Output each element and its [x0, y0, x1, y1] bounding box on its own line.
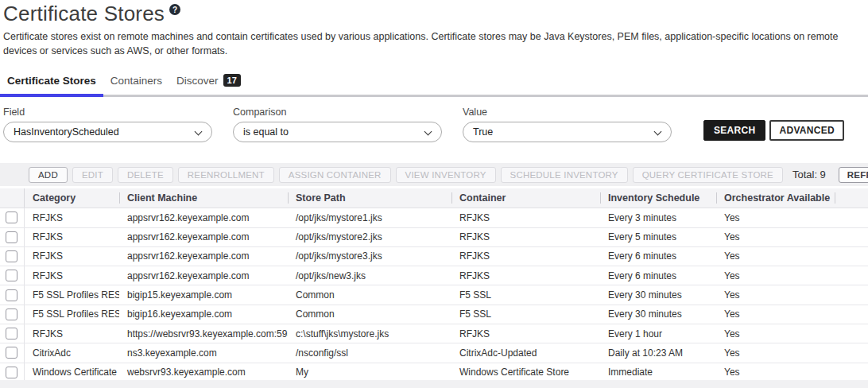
cell-client-machine: https://websrvr93.keyexample.com:5986: [119, 328, 288, 340]
column-header-orchestrator-available[interactable]: Orchestrator Available: [716, 188, 835, 208]
row-checkbox-cell: [0, 343, 25, 362]
select-all-cell: [0, 188, 25, 208]
row-checkbox[interactable]: [6, 308, 17, 320]
tab-containers[interactable]: Containers: [103, 71, 169, 97]
bottom-scrollbar-track[interactable]: [0, 380, 868, 388]
edit-button[interactable]: EDIT: [72, 167, 113, 183]
tab-bar: Certificate Stores Containers Discover 1…: [0, 71, 868, 97]
search-button[interactable]: SEARCH: [703, 120, 765, 141]
table-header-row: Category Client Machine Store Path Conta…: [0, 188, 868, 208]
cell-container: RFJKS: [451, 231, 600, 242]
help-icon[interactable]: ?: [169, 4, 180, 15]
query-certificate-store-button[interactable]: QUERY CERTIFICATE STORE: [633, 167, 783, 183]
cell-orchestrator-available: Yes: [716, 231, 835, 242]
cell-category: RFJKS: [25, 250, 119, 262]
cell-category: CitrixAdc: [25, 347, 119, 359]
cell-category: F5 SSL Profiles REST: [25, 289, 119, 301]
column-header-inventory-schedule[interactable]: Inventory Schedule: [600, 188, 716, 208]
cell-store-path: /opt/jks/mystore3.jks: [288, 250, 451, 262]
tab-certificate-stores[interactable]: Certificate Stores: [0, 71, 103, 97]
chevron-down-icon: [654, 128, 662, 136]
cell-client-machine: bigip16.keyexample.com: [119, 308, 288, 320]
table-row[interactable]: RFJKSappsrvr162.keyexample.com/opt/jks/m…: [0, 208, 868, 227]
table-row[interactable]: Windows Certificatewebsrvr93.keyexample.…: [0, 363, 868, 382]
row-checkbox-cell: [0, 324, 25, 343]
reenrollment-button[interactable]: REENROLLMENT: [178, 167, 274, 183]
cell-client-machine: appsrvr162.keyexample.com: [119, 250, 288, 262]
comparison-select[interactable]: is equal to: [233, 122, 442, 142]
cell-store-path: Common: [288, 308, 451, 320]
page-description: Certificate stores exist on remote machi…: [0, 26, 843, 58]
cell-container: Windows Certificate Store: [451, 367, 600, 378]
table-row[interactable]: RFJKSappsrvr162.keyexample.com/opt/jks/m…: [0, 227, 868, 246]
column-header-client-machine[interactable]: Client Machine: [119, 188, 288, 208]
cell-inventory-schedule: Immediate: [600, 367, 716, 378]
cell-container: RFJKS: [451, 328, 600, 340]
cell-container: RFJKS: [451, 270, 600, 281]
cell-client-machine: ns3.keyexample.com: [119, 347, 288, 359]
comparison-label: Comparison: [233, 107, 442, 118]
row-checkbox[interactable]: [6, 250, 17, 262]
cell-store-path: /opt/jks/mystore2.jks: [288, 231, 451, 242]
schedule-inventory-button[interactable]: SCHEDULE INVENTORY: [501, 167, 628, 183]
cell-container: RFJKS: [451, 250, 600, 262]
certificate-stores-page: Certificate Stores ? Certificate stores …: [0, 0, 868, 388]
column-header-category[interactable]: Category: [25, 188, 119, 208]
row-checkbox[interactable]: [6, 347, 17, 359]
field-filter-group: Field HasInventoryScheduled: [3, 107, 212, 142]
column-header-container[interactable]: Container: [451, 188, 600, 208]
table-row[interactable]: RFJKSappsrvr162.keyexample.com/opt/jks/m…: [0, 246, 868, 266]
cell-client-machine: websrvr93.keyexample.com: [119, 367, 288, 378]
cell-category: RFJKS: [25, 231, 119, 242]
filter-actions: SEARCH ADVANCED: [703, 120, 844, 142]
column-header-filler: [835, 188, 868, 208]
table-row[interactable]: F5 SSL Profiles RESTbigip16.keyexample.c…: [0, 305, 868, 324]
row-checkbox[interactable]: [6, 270, 17, 281]
add-button[interactable]: ADD: [29, 167, 68, 183]
cell-orchestrator-available: Yes: [716, 289, 835, 301]
cell-category: RFJKS: [25, 270, 119, 281]
row-checkbox-cell: [0, 266, 25, 285]
comparison-filter-group: Comparison is equal to: [233, 107, 442, 142]
cell-inventory-schedule: Every 5 minutes: [600, 231, 716, 242]
cell-container: CitrixAdc-Updated: [451, 347, 600, 359]
cell-store-path: Common: [288, 289, 451, 301]
row-checkbox-cell: [0, 228, 25, 246]
cell-client-machine: appsrvr162.keyexample.com: [119, 270, 288, 281]
table-row[interactable]: RFJKSappsrvr162.keyexample.com/opt/jks/n…: [0, 266, 868, 285]
table-row[interactable]: F5 SSL Profiles RESTbigip15.keyexample.c…: [0, 285, 868, 304]
value-select[interactable]: True: [463, 122, 672, 142]
cell-orchestrator-available: Yes: [716, 270, 835, 281]
row-checkbox-cell: [0, 208, 25, 227]
assign-container-button[interactable]: ASSIGN CONTAINER: [279, 167, 391, 183]
field-select[interactable]: HasInventoryScheduled: [3, 122, 212, 142]
tab-discover[interactable]: Discover 17: [169, 71, 248, 97]
certificate-stores-table: Category Client Machine Store Path Conta…: [0, 188, 868, 382]
cell-orchestrator-available: Yes: [716, 212, 835, 223]
cell-orchestrator-available: Yes: [716, 328, 835, 340]
row-checkbox[interactable]: [6, 328, 17, 340]
column-header-store-path[interactable]: Store Path: [288, 188, 451, 208]
row-checkbox[interactable]: [6, 231, 17, 243]
tab-label: Containers: [110, 75, 162, 87]
row-checkbox[interactable]: [6, 367, 17, 378]
cell-inventory-schedule: Every 30 minutes: [600, 308, 716, 320]
refresh-button[interactable]: REFRESH: [839, 167, 868, 183]
row-checkbox[interactable]: [6, 289, 17, 301]
table-row[interactable]: RFJKShttps://websrvr93.keyexample.com:59…: [0, 324, 868, 343]
row-checkbox[interactable]: [6, 211, 17, 223]
cell-inventory-schedule: Every 30 minutes: [600, 289, 716, 301]
cell-store-path: /nsconfig/ssl: [288, 347, 451, 359]
delete-button[interactable]: DELETE: [118, 167, 173, 183]
chevron-down-icon: [424, 128, 432, 136]
view-inventory-button[interactable]: VIEW INVENTORY: [396, 167, 496, 183]
cell-orchestrator-available: Yes: [716, 308, 835, 320]
advanced-button[interactable]: ADVANCED: [769, 120, 844, 141]
cell-client-machine: bigip15.keyexample.com: [119, 289, 288, 301]
table-body: RFJKSappsrvr162.keyexample.com/opt/jks/m…: [0, 208, 868, 382]
comparison-select-value: is equal to: [243, 126, 289, 138]
total-count: Total: 9: [792, 169, 826, 180]
table-row[interactable]: CitrixAdcns3.keyexample.com/nsconfig/ssl…: [0, 343, 868, 362]
page-header: Certificate Stores ?: [0, 2, 868, 26]
tab-label: Discover: [176, 75, 219, 87]
